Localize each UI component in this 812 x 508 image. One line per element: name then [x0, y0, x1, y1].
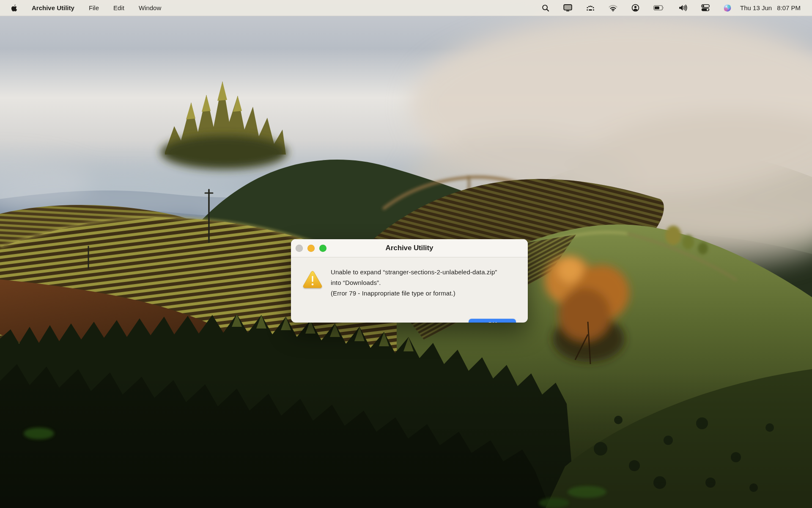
menu-edit[interactable]: Edit	[113, 4, 124, 11]
siri-icon[interactable]	[724, 0, 731, 16]
wifi-icon[interactable]	[609, 0, 617, 16]
menu-bar: Archive Utility File Edit Window	[0, 0, 812, 16]
alert-detail: (Error 79 - Inappropriate file type or f…	[331, 288, 500, 298]
display-mirroring-icon[interactable]	[563, 0, 572, 16]
control-center-icon[interactable]	[701, 0, 710, 16]
dialog-titlebar: Archive Utility	[291, 239, 528, 257]
menu-window[interactable]: Window	[139, 4, 161, 11]
keyboard-brightness-dots-icon[interactable]	[586, 0, 595, 16]
spotlight-search-icon[interactable]	[542, 0, 549, 16]
alert-dialog: Archive Utility Unable to expand “strang…	[291, 239, 528, 323]
apple-icon	[11, 4, 17, 12]
clock-date: Thu 13 Jun	[740, 4, 772, 11]
dialog-body: Unable to expand “stranger-sections-2-un…	[291, 257, 528, 323]
warning-icon	[302, 269, 323, 290]
user-account-icon[interactable]	[631, 0, 639, 16]
app-menu-title[interactable]: Archive Utility	[32, 4, 74, 11]
apple-menu[interactable]	[11, 4, 17, 12]
volume-icon[interactable]	[678, 0, 687, 16]
dialog-title: Archive Utility	[291, 244, 528, 252]
menu-file[interactable]: File	[89, 4, 99, 11]
battery-icon[interactable]	[653, 0, 664, 16]
alert-message-block: Unable to expand “stranger-sections-2-un…	[331, 267, 500, 298]
menubar-clock[interactable]: Thu 13 Jun 8:07 PM	[740, 4, 801, 11]
desktop: Archive Utility File Edit Window	[0, 0, 812, 508]
ok-button[interactable]: OK	[469, 319, 516, 323]
alert-message: Unable to expand “stranger-sections-2-un…	[331, 267, 500, 288]
clock-time: 8:07 PM	[777, 4, 801, 11]
